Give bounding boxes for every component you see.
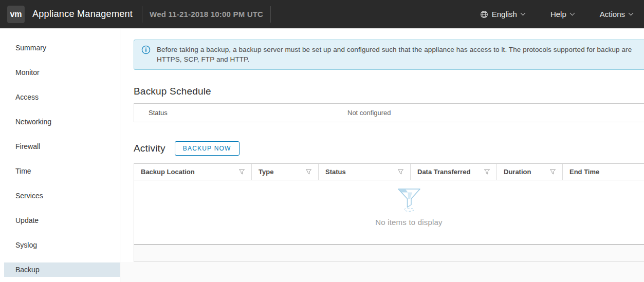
chevron-down-icon	[569, 11, 575, 16]
globe-icon	[480, 10, 488, 18]
column-filter-icon[interactable]	[484, 169, 490, 175]
sidebar-item-firewall[interactable]: Firewall	[4, 139, 120, 154]
activity-table-header: Backup LocationTypeStatusData Transferre…	[134, 163, 644, 180]
activity-grid: Backup LocationTypeStatusData Transferre…	[134, 163, 644, 262]
column-label: Status	[325, 168, 346, 176]
backup-schedule-title: Backup Schedule	[134, 86, 644, 97]
column-header-status: Status	[318, 164, 410, 180]
sidebar-item-services[interactable]: Services	[4, 189, 120, 203]
sidebar-item-update[interactable]: Update	[4, 213, 120, 228]
column-header-type: Type	[251, 164, 318, 180]
content-bottom-area	[120, 262, 644, 282]
help-label: Help	[550, 10, 566, 18]
column-label: Type	[259, 168, 273, 176]
backup-now-button[interactable]: BACKUP NOW	[175, 141, 240, 156]
sidebar-item-networking[interactable]: Networking	[4, 115, 120, 129]
info-banner-text: Before taking a backup, a backup server …	[157, 45, 632, 64]
actions-label: Actions	[600, 10, 625, 18]
language-label: English	[492, 10, 517, 18]
top-header-bar: vm Appliance Management Wed 11-21-2018 1…	[0, 0, 644, 28]
column-label: Data Transferred	[417, 168, 470, 176]
app-title: Appliance Management	[32, 9, 133, 20]
header-divider-right	[270, 6, 271, 23]
sidebar-item-monitor[interactable]: Monitor	[4, 65, 120, 80]
actions-menu[interactable]: Actions	[600, 10, 633, 18]
sidebar-item-syslog[interactable]: Syslog	[4, 238, 120, 252]
main-layout: SummaryMonitorAccessNetworkingFirewallTi…	[0, 28, 644, 282]
column-filter-icon[interactable]	[398, 169, 403, 175]
backup-schedule-table: Status Not configured	[134, 103, 644, 122]
info-icon	[141, 45, 151, 54]
activity-title: Activity	[134, 143, 165, 154]
content-area: Before taking a backup, a backup server …	[120, 29, 644, 282]
sidebar-item-access[interactable]: Access	[4, 90, 120, 104]
table-row: Status Not configured	[134, 104, 644, 122]
column-label: Backup Location	[141, 168, 195, 176]
empty-state-text: No items to display	[375, 218, 443, 227]
appliance-datetime: Wed 11-21-2018 10:00 PM UTC	[142, 10, 270, 18]
schedule-status-label: Status	[134, 109, 347, 117]
info-banner-line2: HTTPS, SCP, FTP and HTTP.	[157, 55, 249, 63]
schedule-status-value: Not configured	[347, 109, 391, 117]
activity-table-empty-body: No items to display	[134, 180, 644, 245]
sidebar-item-backup[interactable]: Backup	[4, 262, 120, 277]
column-filter-icon[interactable]	[306, 169, 311, 175]
column-header-duration: Duration	[496, 164, 562, 180]
activity-table-footer	[134, 245, 644, 262]
empty-funnel-icon	[397, 188, 421, 212]
activity-header-row: Activity BACKUP NOW	[134, 141, 644, 156]
sidebar-item-time[interactable]: Time	[4, 164, 120, 178]
sidebar-item-summary[interactable]: Summary	[4, 41, 120, 55]
column-header-backup-location: Backup Location	[134, 164, 251, 180]
column-label: End Time	[569, 168, 599, 176]
language-menu[interactable]: English	[480, 10, 525, 18]
sidebar-nav: SummaryMonitorAccessNetworkingFirewallTi…	[0, 29, 120, 282]
column-header-end-time: End Time	[562, 164, 644, 180]
help-menu[interactable]: Help	[550, 10, 574, 18]
vmware-logo-text: vm	[10, 10, 22, 19]
header-right-menus: English Help Actions	[480, 10, 633, 18]
chevron-down-icon	[520, 11, 525, 16]
column-label: Duration	[504, 168, 531, 176]
column-header-data-transferred: Data Transferred	[410, 164, 496, 180]
column-filter-icon[interactable]	[550, 169, 556, 175]
column-filter-icon[interactable]	[239, 169, 245, 175]
info-banner: Before taking a backup, a backup server …	[134, 40, 644, 70]
info-banner-line1: Before taking a backup, a backup server …	[157, 46, 632, 53]
chevron-down-icon	[629, 11, 634, 16]
vmware-logo: vm	[7, 6, 25, 23]
